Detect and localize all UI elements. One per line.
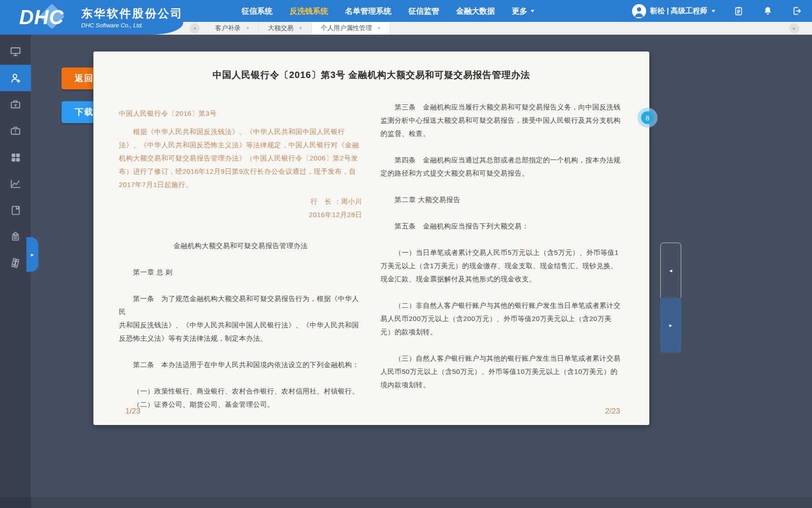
chevron-left-icon: ◄	[193, 26, 196, 31]
bell-icon[interactable]	[762, 5, 774, 17]
main-content: 返回 下载 中国人民银行令〔2016〕第3号 金融机构大额交易和可疑交易报告管理…	[31, 35, 812, 508]
article-5-item-2: （二）非自然人客户银行账户与其他的银行账户发生当日单笔或者累计交 易人民币200…	[380, 299, 624, 338]
nav-item-credit-supervision[interactable]: 征信监管	[408, 6, 439, 16]
sidebar-expand-handle[interactable]: ►	[26, 237, 38, 272]
logout-icon[interactable]	[791, 5, 803, 17]
avatar	[632, 4, 646, 18]
chapter-1-heading: 第一章 总 则	[119, 265, 362, 279]
chapter-2-heading: 第二章 大额交易报告	[380, 193, 624, 206]
page-navigation: ◄ ►	[660, 243, 681, 352]
app-logo: DHC 东华软件股份公司 DHC Software Co., Ltd.	[0, 0, 183, 35]
page-number-left: 1/23	[125, 407, 140, 416]
cash-case-icon: ¥	[10, 98, 21, 110]
nav-item-financial-big-data[interactable]: 金融大数据	[456, 6, 495, 16]
nav-item-list-management[interactable]: 名单管理系统	[345, 6, 391, 16]
tab-large-transaction[interactable]: 大额交易 ×	[259, 22, 312, 35]
nav-item-credit-reporting[interactable]: 征信系统	[242, 6, 272, 16]
desktop-icon	[10, 46, 21, 57]
user-menu[interactable]: 靳松 | 高级工程师 ▼	[632, 4, 715, 18]
nav-item-anti-money-laundering[interactable]: 反洗钱系统	[289, 6, 328, 16]
book-icon	[10, 205, 21, 216]
article-4-paragraph: 第四条 金融机构应当通过其总部或者总部指定的一个机构，按本办法规 定的路径和方式…	[380, 153, 624, 180]
document-panel: 中国人民银行令〔2016〕第3号 金融机构大额交易和可疑交易报告管理办法 中国人…	[93, 52, 649, 425]
header-user-area: 靳松 | 高级工程师 ▼	[632, 0, 803, 22]
tab-scroll-left-button[interactable]: ◄	[190, 23, 200, 33]
company-name-en: DHC Software Co., Ltd.	[81, 22, 183, 29]
article-5-paragraph: 第五条 金融机构应当报告下列大额交易：	[380, 219, 624, 233]
article-3-paragraph: 第三条 金融机构应当履行大额交易和可疑交易报告义务，向中国反洗钱 监测分析中心报…	[380, 100, 624, 140]
next-page-button[interactable]: ►	[660, 298, 681, 352]
dhc-logo: DHC	[19, 4, 74, 31]
preamble-paragraph: 根据《中华人民共和国反洗钱法》、《中华人民共和国中国人民银行 法》、《中华人民共…	[119, 125, 362, 191]
sidebar-item-chart[interactable]	[0, 171, 31, 197]
sidebar: ¥ !	[0, 35, 31, 508]
tab-label: 大额交易	[268, 24, 293, 32]
article-5-item-1: （一）当日单笔或者累计交易人民币5万元以上（含5万元）、外币等值1 万美元以上（…	[380, 246, 624, 285]
chevron-down-icon: ▼	[710, 9, 716, 13]
notification-badge[interactable]: 8	[637, 108, 658, 128]
sidebar-item-cash-case[interactable]: ¥	[0, 91, 31, 118]
decree-number: 中国人民银行令〔2016〕第3号	[119, 107, 362, 120]
chevron-down-icon: ▼	[529, 9, 535, 13]
document-page-left: 中国人民银行令〔2016〕第3号 根据《中华人民共和国反洗钱法》、《中华人民共和…	[119, 100, 362, 411]
document-title: 中国人民银行令〔2016〕第3号 金融机构大额交易和可疑交易报告管理办法	[93, 69, 649, 81]
clipboard-icon[interactable]	[733, 5, 745, 17]
chevron-right-icon: ►	[30, 252, 35, 257]
logo-abbr: DHC	[19, 6, 64, 29]
badge-count: 8	[641, 111, 654, 124]
article-2-items: （一）政策性银行、商业银行、农村合作银行、农村信用社、村镇银行。 （二）证券公司…	[119, 384, 362, 411]
alert-case-icon: !	[10, 125, 21, 137]
chevron-left-icon: ◄	[668, 268, 673, 273]
article-5-item-3: （三）自然人客户银行账户与其他的银行账户发生当日单笔或者累计交易 人民币50万元…	[380, 352, 624, 391]
main-nav: 征信系统 反洗钱系统 名单管理系统 征信监管 金融大数据 更多 ▼	[242, 0, 534, 22]
ledger-icon	[10, 257, 21, 269]
tab-label: 客户补录	[215, 24, 241, 32]
svg-text:!: !	[15, 129, 16, 134]
tab-customer-supplement[interactable]: 客户补录 ×	[206, 22, 259, 35]
close-icon[interactable]: ×	[377, 25, 380, 31]
user-icon	[632, 4, 646, 18]
svg-text:¥: ¥	[14, 103, 17, 108]
bottom-shade-band	[0, 497, 812, 508]
page-number-right: 2/23	[605, 407, 620, 416]
prev-page-button[interactable]: ◄	[660, 243, 681, 298]
tab-label: 个人用户属性管理	[321, 24, 372, 32]
tab-scroll-right-button[interactable]: ►	[789, 23, 799, 33]
sidebar-item-desktop[interactable]	[0, 38, 31, 65]
chevron-right-icon: ►	[668, 323, 673, 328]
sidebar-item-book[interactable]	[0, 197, 31, 223]
line-chart-icon	[10, 178, 21, 190]
chevron-right-icon: ►	[792, 26, 796, 31]
apps-grid-icon	[10, 152, 21, 163]
add-user-icon	[10, 72, 22, 84]
document-page-right: 第三条 金融机构应当履行大额交易和可疑交易报告义务，向中国反洗钱 监测分析中心报…	[380, 100, 624, 411]
article-2-paragraph: 第二条 本办法适用于在中华人民共和国境内依法设立的下列金融机构：	[119, 358, 362, 371]
user-name: 靳松 | 高级工程师	[650, 6, 707, 16]
close-icon[interactable]: ×	[299, 25, 302, 31]
document-pages: 中国人民银行令〔2016〕第3号 根据《中华人民共和国反洗钱法》、《中华人民共和…	[93, 100, 649, 411]
close-icon[interactable]: ×	[246, 25, 249, 31]
app-window: ◄ 客户补录 × 大额交易 × 个人用户属性管理 × ► DHC 东华软件股份公…	[0, 0, 812, 508]
sidebar-item-add-user[interactable]	[0, 65, 31, 91]
sidebar-item-apps[interactable]	[0, 144, 31, 171]
signature-block: 行 长 ：周小川 2016年12月28日	[119, 195, 362, 221]
nav-item-more[interactable]: 更多 ▼	[512, 6, 534, 16]
article-1-paragraph: 第一条 为了规范金融机构大额交易和可疑交易报告行为，根据《中华人民 共和国反洗钱…	[119, 292, 362, 345]
sidebar-item-alert-case[interactable]: !	[0, 118, 31, 144]
company-name: 东华软件股份公司	[81, 6, 183, 21]
tab-personal-user-attribute[interactable]: 个人用户属性管理 ×	[312, 22, 390, 35]
signboard-icon	[10, 231, 21, 243]
document-subtitle: 金融机构大额交易和可疑交易报告管理办法	[119, 239, 362, 252]
